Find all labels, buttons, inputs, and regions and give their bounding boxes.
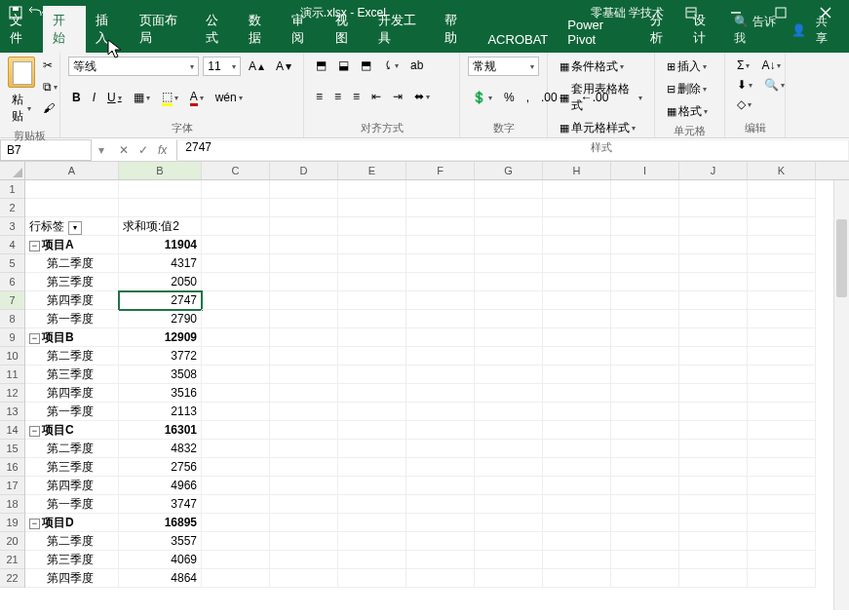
- cell[interactable]: [748, 477, 816, 495]
- cell[interactable]: [679, 514, 748, 532]
- format-cells-button[interactable]: ▦ 格式▾: [663, 101, 716, 122]
- cell[interactable]: [543, 199, 611, 217]
- cell[interactable]: [611, 217, 679, 236]
- cell[interactable]: [406, 199, 475, 217]
- increase-font-icon[interactable]: A▴: [245, 58, 268, 75]
- cell[interactable]: [270, 384, 338, 403]
- cell[interactable]: [270, 217, 338, 236]
- cell[interactable]: [748, 384, 816, 403]
- pivot-row-item[interactable]: 第四季度: [25, 477, 119, 495]
- tab-devtools[interactable]: 开发工具: [368, 6, 435, 53]
- cell[interactable]: [679, 217, 748, 236]
- row-header-9[interactable]: 9: [0, 328, 24, 347]
- align-bottom-icon[interactable]: ⬒: [357, 57, 375, 74]
- cell[interactable]: [748, 514, 816, 532]
- pivot-value-cell[interactable]: 4966: [119, 477, 202, 495]
- cell[interactable]: [611, 514, 679, 532]
- cell[interactable]: [270, 477, 338, 495]
- cell[interactable]: [406, 217, 475, 236]
- cell[interactable]: [679, 440, 748, 458]
- fx-icon[interactable]: fx: [158, 143, 167, 157]
- cell[interactable]: [202, 532, 270, 551]
- row-header-8[interactable]: 8: [0, 310, 24, 328]
- tab-review[interactable]: 审阅: [282, 6, 325, 53]
- cell[interactable]: [406, 514, 475, 532]
- cell[interactable]: [338, 514, 406, 532]
- cell[interactable]: [270, 458, 338, 477]
- cell[interactable]: [748, 551, 816, 569]
- cell[interactable]: [270, 291, 338, 310]
- cell[interactable]: [270, 569, 338, 588]
- cut-icon[interactable]: ✂: [39, 57, 61, 74]
- cell[interactable]: [679, 477, 748, 495]
- cell[interactable]: [543, 514, 611, 532]
- cell[interactable]: [543, 384, 611, 403]
- font-size-combo[interactable]: 11▾: [203, 57, 241, 76]
- cell[interactable]: [338, 366, 406, 384]
- cell[interactable]: [406, 458, 475, 477]
- cell[interactable]: [679, 291, 748, 310]
- cell[interactable]: [406, 477, 475, 495]
- pivot-row-item[interactable]: 第二季度: [25, 347, 119, 366]
- cell[interactable]: [406, 495, 475, 514]
- cell[interactable]: [475, 291, 543, 310]
- conditional-format-button[interactable]: ▦ 条件格式▾: [556, 57, 646, 77]
- cell[interactable]: [543, 532, 611, 551]
- column-header-E[interactable]: E: [338, 162, 406, 179]
- cell[interactable]: [202, 366, 270, 384]
- pivot-value-cell[interactable]: 2113: [119, 403, 202, 421]
- cell[interactable]: [338, 180, 406, 199]
- cell[interactable]: [202, 551, 270, 569]
- row-header-14[interactable]: 14: [0, 421, 24, 440]
- cell[interactable]: [338, 421, 406, 440]
- autosum-icon[interactable]: Σ▾: [733, 57, 753, 74]
- pivot-header-rowlabels[interactable]: 行标签▾: [25, 217, 119, 236]
- cell[interactable]: [406, 291, 475, 310]
- cell[interactable]: [202, 384, 270, 403]
- cell[interactable]: [270, 532, 338, 551]
- cell[interactable]: [202, 180, 270, 199]
- cell[interactable]: [475, 328, 543, 347]
- find-select-icon[interactable]: 🔍▾: [760, 76, 789, 94]
- cell[interactable]: [543, 328, 611, 347]
- align-right-icon[interactable]: ≡: [349, 88, 364, 105]
- cell[interactable]: [270, 551, 338, 569]
- pivot-group-header[interactable]: −项目C: [25, 421, 119, 440]
- collapse-icon[interactable]: −: [29, 519, 40, 529]
- format-painter-icon[interactable]: 🖌: [39, 99, 61, 117]
- cell[interactable]: [679, 495, 748, 514]
- row-header-12[interactable]: 12: [0, 384, 24, 403]
- select-all-button[interactable]: [0, 162, 25, 180]
- cell[interactable]: [406, 236, 475, 254]
- cell[interactable]: [611, 421, 679, 440]
- cell[interactable]: [543, 310, 611, 328]
- cell[interactable]: [202, 310, 270, 328]
- share-button[interactable]: 共享: [808, 8, 843, 53]
- cell[interactable]: [475, 217, 543, 236]
- cell[interactable]: [338, 254, 406, 273]
- formula-input[interactable]: 2747: [176, 139, 849, 161]
- cell[interactable]: [338, 217, 406, 236]
- cell[interactable]: [679, 180, 748, 199]
- cell[interactable]: [338, 495, 406, 514]
- cell[interactable]: [270, 366, 338, 384]
- cell[interactable]: [202, 217, 270, 236]
- cell[interactable]: [543, 254, 611, 273]
- pivot-value-cell[interactable]: 2790: [119, 310, 202, 328]
- cell[interactable]: [202, 458, 270, 477]
- cell[interactable]: [543, 458, 611, 477]
- tab-pagelayout[interactable]: 页面布局: [130, 6, 196, 53]
- pivot-value-cell[interactable]: 2756: [119, 458, 202, 477]
- wrap-text-icon[interactable]: ab: [406, 57, 427, 74]
- cell[interactable]: [611, 180, 679, 199]
- cell[interactable]: [611, 403, 679, 421]
- cell[interactable]: [406, 569, 475, 588]
- pivot-value-cell[interactable]: 4864: [119, 569, 202, 588]
- pivot-value-cell[interactable]: 11904: [119, 236, 202, 254]
- cell[interactable]: [475, 236, 543, 254]
- cell[interactable]: [270, 347, 338, 366]
- paste-button[interactable]: 粘贴▾: [8, 90, 35, 127]
- cell[interactable]: [748, 495, 816, 514]
- pivot-group-header[interactable]: −项目A: [25, 236, 119, 254]
- pivot-group-header[interactable]: −项目D: [25, 514, 119, 532]
